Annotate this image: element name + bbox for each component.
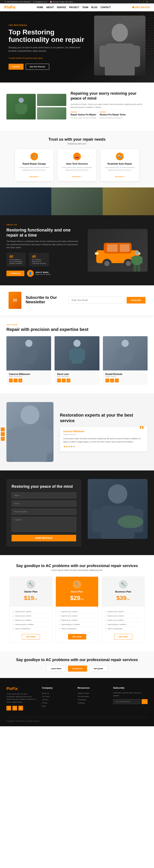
check-icon: ✓ bbox=[12, 623, 14, 626]
footer-shopping-link[interactable]: Shopping bbox=[78, 702, 85, 704]
footer-email-input[interactable] bbox=[113, 699, 140, 704]
pricing-item-b4: ✓Improving your condition bbox=[59, 622, 95, 627]
footer-careers-link[interactable]: Careers bbox=[42, 699, 48, 701]
service-card-2-desc: Lorem ipsum dolor sit amet consectetur a… bbox=[61, 166, 93, 172]
dark-avatar-title: Experienced Master bbox=[35, 273, 51, 275]
contact-phone-input[interactable] bbox=[11, 509, 76, 515]
svg-rect-34 bbox=[117, 349, 121, 360]
dark-contact-btn[interactable]: Contact Us bbox=[6, 271, 24, 276]
team-2-linkedin[interactable]: in bbox=[66, 378, 70, 382]
contact-name-input[interactable] bbox=[11, 492, 76, 498]
team-2-facebook[interactable]: f bbox=[57, 378, 61, 382]
sidebar-facebook[interactable]: f bbox=[1, 428, 5, 431]
check-icon: ✓ bbox=[105, 623, 107, 626]
nav-team[interactable]: TEAM bbox=[82, 6, 88, 8]
sidebar-instagram[interactable]: in bbox=[1, 437, 5, 441]
footer-pricing-link[interactable]: Pricing bbox=[42, 702, 47, 704]
svg-rect-10 bbox=[107, 244, 118, 252]
note-contact-btn[interactable]: Contact Us bbox=[68, 665, 87, 672]
stat-1: 40 AI InnovationsCross compatibleAlways … bbox=[6, 253, 26, 267]
check-icon: ✓ bbox=[59, 611, 61, 613]
nav-service[interactable]: SERVICE bbox=[57, 6, 66, 8]
svg-rect-29 bbox=[71, 348, 83, 364]
newsletter-email-input[interactable] bbox=[68, 297, 125, 304]
footer-about-link[interactable]: About Us bbox=[42, 692, 49, 694]
note-learnmore-btn[interactable]: Learn More bbox=[47, 665, 66, 672]
nav-project[interactable]: PROJECT bbox=[69, 6, 79, 8]
pricing-card-basic: 🔧 Basic Plan $29/mo ✓Improve your conten… bbox=[56, 577, 98, 643]
pricing-section: Say goodbye to AC problems with our prof… bbox=[0, 555, 154, 651]
service-images-row bbox=[0, 187, 154, 215]
footer-changelog-link[interactable]: Changelog bbox=[78, 699, 86, 701]
note-quote-btn[interactable]: Get Quote bbox=[89, 665, 107, 672]
team-3-linkedin[interactable]: in bbox=[115, 378, 119, 382]
hero-process-btn[interactable]: See Our Process bbox=[26, 64, 49, 70]
team-1-linkedin[interactable]: in bbox=[19, 378, 22, 382]
contact-comment-input[interactable] bbox=[11, 517, 76, 532]
mechanic-figure bbox=[130, 250, 143, 272]
service-card-3-link[interactable]: View More > bbox=[104, 176, 135, 178]
hero-content: TOP RESTORING Top Restoring functionalit… bbox=[8, 24, 86, 70]
stat-2-label: AI SolutionsBest serviceCustomer focused bbox=[32, 259, 46, 265]
team-1-twitter[interactable]: t bbox=[14, 378, 18, 382]
topbar-twitter[interactable]: t bbox=[143, 1, 144, 3]
starter-plan-btn[interactable]: GET NOW bbox=[22, 634, 40, 640]
service-icon-2: 🚗 bbox=[73, 153, 81, 160]
team-3-facebook[interactable]: f bbox=[105, 378, 109, 382]
newsletter-subscribe-btn[interactable]: Subscribe bbox=[127, 297, 146, 304]
nav-home[interactable]: HOME bbox=[37, 6, 43, 8]
service-mini-2-desc: Expert restoration technicians bbox=[100, 117, 126, 119]
hero-getinfo-btn[interactable]: Get Info bbox=[8, 64, 24, 70]
sidebar-social: f t in bbox=[1, 428, 5, 441]
team-2-twitter[interactable]: t bbox=[62, 378, 66, 382]
service-card-2-link[interactable]: View More > bbox=[61, 176, 93, 178]
nav-about[interactable]: ABOUT bbox=[46, 6, 54, 8]
footer-instagram[interactable]: in bbox=[19, 706, 23, 711]
contact-email-input[interactable] bbox=[11, 501, 76, 506]
check-icon: ✓ bbox=[12, 611, 14, 613]
stats-row: 40 AI InnovationsCross compatibleAlways … bbox=[6, 253, 81, 267]
footer-resources-title: Resources bbox=[78, 686, 107, 689]
about-images bbox=[6, 94, 66, 120]
service-card-1-link[interactable]: View More > bbox=[19, 176, 50, 178]
footer-twitter[interactable]: t bbox=[12, 706, 17, 711]
team-3-twitter[interactable]: t bbox=[110, 378, 114, 382]
contact-submit-btn[interactable]: SEND MESSAGE bbox=[11, 535, 76, 541]
footer-subscribe-btn[interactable]: → bbox=[142, 699, 148, 704]
nav-contact[interactable]: CONTACT bbox=[100, 6, 111, 8]
newsletter-title: Subscribe to Our Newsletter bbox=[26, 296, 64, 304]
basic-plan-btn[interactable]: GET NOW bbox=[68, 634, 86, 640]
footer-resources-links: Support Center Documentation Changelog S… bbox=[78, 692, 107, 705]
footer-logo[interactable]: PixFix bbox=[6, 686, 35, 691]
newsletter-section: ✉ Subscribe to Our Newsletter Subscribe bbox=[0, 285, 154, 315]
team-section: OUR TEAM Repair with precision and exper… bbox=[0, 315, 154, 394]
footer-team-link[interactable]: Our Team bbox=[42, 695, 50, 698]
topbar-facebook[interactable]: f bbox=[140, 1, 140, 3]
svg-rect-30 bbox=[69, 349, 73, 360]
topbar-instagram[interactable]: in bbox=[147, 1, 148, 3]
top-bar-social: f t in bbox=[140, 1, 150, 3]
check-icon: ✓ bbox=[59, 615, 61, 617]
nav-links: HOME ABOUT SERVICE PROJECT TEAM BLOG CON… bbox=[37, 6, 111, 8]
nav-blog[interactable]: BLOG bbox=[91, 6, 97, 8]
nav-logo[interactable]: PixFix bbox=[4, 5, 16, 10]
team-1-facebook[interactable]: f bbox=[9, 378, 13, 382]
stat-1-num: 40 bbox=[9, 255, 23, 259]
services-grid: 🔧 Rapid Repair Garage Lorem ipsum dolor … bbox=[6, 149, 148, 181]
footer-subscribe-col: Subscribe Subscribe to get the latest ne… bbox=[113, 686, 148, 711]
pricing-note: Say goodbye to AC problems with our prof… bbox=[0, 651, 154, 678]
footer-docs-link[interactable]: Documentation bbox=[78, 695, 89, 698]
check-icon: ✓ bbox=[12, 627, 14, 630]
footer-social: f t in bbox=[6, 706, 35, 711]
sidebar-twitter[interactable]: t bbox=[1, 432, 5, 436]
pricing-sub: Lorem ipsum dolor sit amet consectetur a… bbox=[6, 569, 148, 571]
team-img-2 bbox=[55, 336, 99, 370]
business-plan-btn[interactable]: GET NOW bbox=[114, 634, 132, 640]
service-card-3-title: Roadside Auto Repair bbox=[104, 162, 135, 165]
footer-blog-link[interactable]: Blog bbox=[42, 705, 45, 707]
footer-facebook[interactable]: f bbox=[6, 706, 11, 711]
hero-section: TOP RESTORING Top Restoring functionalit… bbox=[0, 11, 154, 83]
pricing-item-s5: ✓Value of satisfaction bbox=[12, 627, 49, 631]
footer-support-link[interactable]: Support Center bbox=[78, 692, 89, 694]
check-icon: ✓ bbox=[105, 611, 107, 613]
